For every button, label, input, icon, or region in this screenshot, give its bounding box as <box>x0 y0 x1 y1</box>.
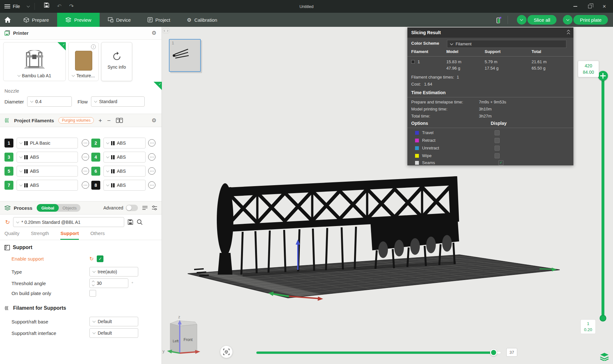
display-checkbox[interactable]: ✓ <box>498 160 503 165</box>
plate-type-select[interactable]: Texture... <box>72 73 95 78</box>
redo-icon[interactable]: ↷ <box>69 0 74 13</box>
spool-icon <box>24 155 28 159</box>
print-options-button[interactable] <box>563 15 572 25</box>
plate-thumbnail[interactable]: 1 <box>169 39 201 72</box>
plate-settings-icon[interactable] <box>496 17 502 23</box>
filament-number[interactable]: 7 <box>4 181 13 190</box>
filament-number[interactable]: 6 <box>91 167 100 176</box>
restore-button[interactable] <box>588 5 592 8</box>
tab-preview[interactable]: Preview <box>57 13 99 27</box>
info-icon[interactable]: i <box>91 44 96 49</box>
tab-others[interactable]: Others <box>90 231 105 240</box>
add-filament-icon[interactable]: + <box>98 118 102 124</box>
nozzle-diameter-select[interactable]: 0.4 <box>27 96 72 107</box>
plate-texture-image <box>75 51 92 71</box>
color-scheme-select[interactable]: Filament <box>447 40 566 48</box>
filament-settings-gear-icon[interactable]: ⚙ <box>152 117 156 124</box>
support-type-select[interactable]: tree(auto) <box>89 267 138 277</box>
slice-all-button[interactable]: Slice all <box>527 15 557 25</box>
filament-number[interactable]: 3 <box>4 153 13 162</box>
save-profile-icon[interactable] <box>127 219 133 225</box>
purging-volumes-button[interactable]: Purging volumes <box>58 117 94 124</box>
filament-select[interactable]: ABS <box>17 180 78 191</box>
filament-select[interactable]: PLA Basic <box>17 138 78 148</box>
scope-global[interactable]: Global <box>37 204 58 212</box>
filament-select[interactable]: ABS <box>103 180 146 191</box>
filament-menu-button[interactable]: ⋯ <box>148 181 155 189</box>
filament-menu-button[interactable]: ⋯ <box>82 153 89 161</box>
layers-view-button[interactable] <box>600 353 609 362</box>
print-plate-button[interactable]: Print plate <box>573 15 608 25</box>
minimize-button[interactable] <box>573 6 577 7</box>
search-icon[interactable] <box>137 219 143 225</box>
printer-select[interactable]: Bambu Lab A1 <box>18 73 51 78</box>
plate-thumbnail-model <box>170 40 200 71</box>
reset-value-icon[interactable]: ↻ <box>89 256 94 262</box>
tab-quality[interactable]: Quality <box>4 231 19 240</box>
display-checkbox[interactable] <box>495 146 500 151</box>
filament-number[interactable]: 4 <box>91 153 100 162</box>
plate-only-checkbox[interactable] <box>89 290 96 297</box>
raft-base-select[interactable]: Default <box>89 317 138 326</box>
filament-select[interactable]: ABS <box>103 166 146 177</box>
filament-number[interactable]: 5 <box>4 167 13 176</box>
tab-prepare[interactable]: Prepare <box>15 13 57 27</box>
filament-number[interactable]: 2 <box>91 139 100 148</box>
profile-reset-icon[interactable]: ↻ <box>5 219 10 226</box>
filament-menu-button[interactable]: ⋯ <box>148 153 155 161</box>
sync-info-button[interactable]: Sync info <box>101 42 132 81</box>
enable-support-checkbox[interactable]: ✓ <box>97 255 103 262</box>
collapse-panel-icon[interactable] <box>567 30 570 35</box>
close-button[interactable]: × <box>602 4 606 9</box>
tab-project[interactable]: Project <box>139 13 179 27</box>
tab-device[interactable]: Device <box>100 13 139 27</box>
filament-menu-button[interactable]: ⋯ <box>148 139 155 147</box>
printer-selected-check: ✓ <box>57 42 66 50</box>
remove-filament-icon[interactable]: − <box>107 118 111 124</box>
threshold-angle-stepper[interactable]: 30 <box>89 278 128 288</box>
undo-icon[interactable]: ↶ <box>57 0 62 13</box>
move-slider-value: 37 <box>506 348 517 357</box>
param-list-icon[interactable] <box>142 206 148 210</box>
layer-slider-top-handle[interactable] <box>598 71 608 81</box>
flow-select[interactable]: Standard <box>91 96 145 107</box>
filament-select[interactable]: ABS <box>103 138 146 148</box>
filament-menu-button[interactable]: ⋯ <box>82 167 89 175</box>
filament-select[interactable]: ABS <box>17 152 78 163</box>
slice-options-button[interactable] <box>517 15 526 25</box>
filament-number[interactable]: 1 <box>4 139 13 148</box>
filament-menu-button[interactable]: ⋯ <box>148 167 155 175</box>
filament-number[interactable]: 8 <box>91 181 100 190</box>
tab-strength[interactable]: Strength <box>31 231 49 240</box>
filament-select[interactable]: ABS <box>17 166 78 177</box>
tab-support[interactable]: Support <box>60 231 79 240</box>
printer-settings-gear-icon[interactable]: ⚙ <box>152 30 156 36</box>
auto-orient-view-button[interactable] <box>220 346 232 358</box>
plate-type-card[interactable]: i Texture... <box>68 42 99 81</box>
filament-sync-icon[interactable] <box>116 118 123 123</box>
home-tab[interactable] <box>0 17 15 23</box>
filament-select[interactable]: ABS <box>103 152 146 163</box>
tab-calibration[interactable]: ⚙ Calibration <box>178 13 225 27</box>
printer-card[interactable]: ✓ Bambu Lab A1 <box>3 42 66 81</box>
scope-objects[interactable]: Objects <box>59 205 80 211</box>
support-filament-group-header: Filament for Supports <box>4 305 66 311</box>
process-profile-select[interactable]: * 0.20mm Standard @BBL A1 <box>13 217 124 227</box>
chevron-down-icon[interactable] <box>26 4 30 8</box>
filament-menu-button[interactable]: ⋯ <box>82 181 89 189</box>
advanced-toggle[interactable] <box>126 205 138 211</box>
layer-slider-bottom-handle[interactable] <box>600 315 606 322</box>
file-menu[interactable]: File <box>0 4 29 9</box>
move-slider-handle[interactable] <box>490 349 497 356</box>
raft-interface-select[interactable]: Default <box>89 328 138 338</box>
filament-menu-button[interactable]: ⋯ <box>82 139 89 147</box>
cube-left-face[interactable] <box>170 323 180 353</box>
panel-collapse-handle[interactable] <box>163 28 169 33</box>
display-checkbox[interactable] <box>495 130 500 135</box>
tune-icon[interactable] <box>152 206 157 210</box>
save-icon[interactable] <box>44 0 49 13</box>
move-slider[interactable] <box>256 351 501 354</box>
layer-slider[interactable] <box>602 74 604 318</box>
display-checkbox[interactable] <box>495 138 500 143</box>
display-checkbox[interactable] <box>495 153 500 158</box>
